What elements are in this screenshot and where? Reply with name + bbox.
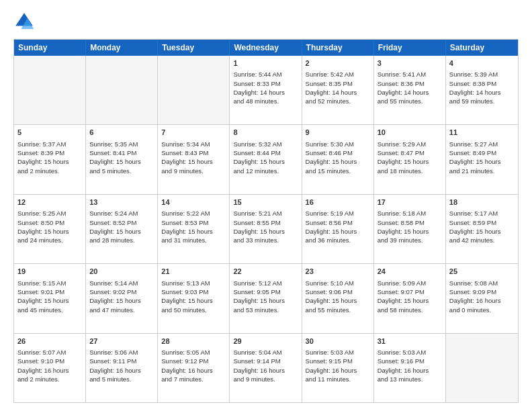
day-info: Sunrise: 5:32 AM Sunset: 8:44 PM Dayligh…: [233, 140, 285, 175]
day-number: 9: [306, 128, 370, 138]
day-info: Sunrise: 5:34 AM Sunset: 8:43 PM Dayligh…: [161, 140, 213, 175]
day-info: Sunrise: 5:13 AM Sunset: 9:03 PM Dayligh…: [161, 279, 213, 314]
day-number: 20: [89, 267, 154, 277]
day-info: Sunrise: 5:22 AM Sunset: 8:53 PM Dayligh…: [161, 210, 213, 244]
day-number: 21: [161, 267, 226, 277]
calendar-body: 1Sunrise: 5:44 AM Sunset: 8:33 PM Daylig…: [14, 56, 518, 402]
day-info: Sunrise: 5:35 AM Sunset: 8:41 PM Dayligh…: [89, 140, 141, 175]
cal-cell: 13Sunrise: 5:24 AM Sunset: 8:52 PM Dayli…: [86, 195, 158, 263]
day-number: 11: [449, 128, 515, 138]
day-info: Sunrise: 5:10 AM Sunset: 9:06 PM Dayligh…: [306, 279, 357, 314]
day-number: 3: [378, 58, 442, 68]
week-row-4: 19Sunrise: 5:15 AM Sunset: 9:01 PM Dayli…: [14, 263, 518, 332]
cal-cell: 31Sunrise: 5:03 AM Sunset: 9:16 PM Dayli…: [374, 334, 446, 402]
cal-cell: 14Sunrise: 5:22 AM Sunset: 8:53 PM Dayli…: [158, 195, 230, 263]
cal-cell: 6Sunrise: 5:35 AM Sunset: 8:41 PM Daylig…: [86, 125, 158, 193]
day-number: 23: [306, 267, 370, 277]
day-info: Sunrise: 5:25 AM Sunset: 8:50 PM Dayligh…: [17, 210, 69, 244]
header-day-tuesday: Tuesday: [158, 40, 230, 56]
day-info: Sunrise: 5:17 AM Sunset: 8:59 PM Dayligh…: [449, 210, 501, 244]
cal-cell: 16Sunrise: 5:19 AM Sunset: 8:56 PM Dayli…: [302, 195, 374, 263]
cal-cell: 28Sunrise: 5:05 AM Sunset: 9:12 PM Dayli…: [158, 334, 230, 402]
header-day-friday: Friday: [374, 40, 446, 56]
day-number: 17: [378, 197, 442, 208]
day-info: Sunrise: 5:14 AM Sunset: 9:02 PM Dayligh…: [89, 279, 141, 314]
cal-cell: 21Sunrise: 5:13 AM Sunset: 9:03 PM Dayli…: [158, 264, 230, 332]
day-info: Sunrise: 5:18 AM Sunset: 8:58 PM Dayligh…: [378, 210, 429, 244]
day-info: Sunrise: 5:24 AM Sunset: 8:52 PM Dayligh…: [89, 210, 141, 244]
cal-cell: 9Sunrise: 5:30 AM Sunset: 8:46 PM Daylig…: [302, 125, 374, 193]
cal-cell: 10Sunrise: 5:29 AM Sunset: 8:47 PM Dayli…: [374, 125, 446, 193]
header: [13, 11, 519, 32]
cal-cell: 18Sunrise: 5:17 AM Sunset: 8:59 PM Dayli…: [446, 195, 518, 263]
week-row-3: 12Sunrise: 5:25 AM Sunset: 8:50 PM Dayli…: [14, 194, 518, 263]
day-number: 25: [449, 267, 515, 277]
day-info: Sunrise: 5:41 AM Sunset: 8:36 PM Dayligh…: [378, 71, 429, 105]
cal-cell: 12Sunrise: 5:25 AM Sunset: 8:50 PM Dayli…: [14, 195, 86, 263]
header-day-wednesday: Wednesday: [230, 40, 302, 56]
cal-cell: 22Sunrise: 5:12 AM Sunset: 9:05 PM Dayli…: [230, 264, 302, 332]
day-number: 30: [306, 336, 370, 347]
day-info: Sunrise: 5:30 AM Sunset: 8:46 PM Dayligh…: [306, 140, 357, 175]
cal-cell: 11Sunrise: 5:27 AM Sunset: 8:49 PM Dayli…: [446, 125, 518, 193]
day-number: 19: [17, 267, 82, 277]
cal-cell: 27Sunrise: 5:06 AM Sunset: 9:11 PM Dayli…: [86, 334, 158, 402]
day-info: Sunrise: 5:08 AM Sunset: 9:09 PM Dayligh…: [449, 279, 501, 314]
day-number: 6: [89, 128, 154, 138]
day-number: 10: [378, 128, 442, 138]
day-number: 18: [449, 197, 515, 208]
day-info: Sunrise: 5:15 AM Sunset: 9:01 PM Dayligh…: [17, 279, 69, 314]
day-number: 5: [17, 128, 82, 138]
day-number: 12: [17, 197, 82, 208]
cal-cell: [446, 334, 518, 402]
day-number: 8: [233, 128, 298, 138]
logo-icon: [13, 11, 35, 32]
day-number: 24: [378, 267, 442, 277]
cal-cell: 23Sunrise: 5:10 AM Sunset: 9:06 PM Dayli…: [302, 264, 374, 332]
day-number: 27: [89, 336, 154, 347]
cal-cell: 29Sunrise: 5:04 AM Sunset: 9:14 PM Dayli…: [230, 334, 302, 402]
day-info: Sunrise: 5:37 AM Sunset: 8:39 PM Dayligh…: [17, 140, 69, 175]
day-info: Sunrise: 5:12 AM Sunset: 9:05 PM Dayligh…: [233, 279, 285, 314]
day-info: Sunrise: 5:06 AM Sunset: 9:11 PM Dayligh…: [89, 349, 141, 383]
day-info: Sunrise: 5:03 AM Sunset: 9:16 PM Dayligh…: [378, 349, 429, 383]
day-number: 4: [449, 58, 515, 68]
day-info: Sunrise: 5:29 AM Sunset: 8:47 PM Dayligh…: [378, 140, 429, 175]
week-row-2: 5Sunrise: 5:37 AM Sunset: 8:39 PM Daylig…: [14, 124, 518, 193]
cal-cell: [86, 56, 158, 124]
cal-cell: [14, 56, 86, 124]
cal-cell: 2Sunrise: 5:42 AM Sunset: 8:35 PM Daylig…: [302, 56, 374, 124]
cal-cell: 26Sunrise: 5:07 AM Sunset: 9:10 PM Dayli…: [14, 334, 86, 402]
cal-cell: [158, 56, 230, 124]
day-number: 14: [161, 197, 226, 208]
header-day-saturday: Saturday: [446, 40, 518, 56]
day-number: 28: [161, 336, 226, 347]
cal-cell: 19Sunrise: 5:15 AM Sunset: 9:01 PM Dayli…: [14, 264, 86, 332]
day-info: Sunrise: 5:21 AM Sunset: 8:55 PM Dayligh…: [233, 210, 285, 244]
header-day-monday: Monday: [86, 40, 158, 56]
day-info: Sunrise: 5:19 AM Sunset: 8:56 PM Dayligh…: [306, 210, 357, 244]
cal-cell: 5Sunrise: 5:37 AM Sunset: 8:39 PM Daylig…: [14, 125, 86, 193]
day-number: 7: [161, 128, 226, 138]
day-number: 22: [233, 267, 298, 277]
day-number: 13: [89, 197, 154, 208]
day-number: 1: [233, 58, 298, 68]
header-day-thursday: Thursday: [302, 40, 374, 56]
cal-cell: 7Sunrise: 5:34 AM Sunset: 8:43 PM Daylig…: [158, 125, 230, 193]
day-number: 15: [233, 197, 298, 208]
day-info: Sunrise: 5:09 AM Sunset: 9:07 PM Dayligh…: [378, 279, 429, 314]
day-info: Sunrise: 5:27 AM Sunset: 8:49 PM Dayligh…: [449, 140, 501, 175]
day-info: Sunrise: 5:39 AM Sunset: 8:38 PM Dayligh…: [449, 71, 501, 105]
day-info: Sunrise: 5:42 AM Sunset: 8:35 PM Dayligh…: [306, 71, 357, 105]
cal-cell: 1Sunrise: 5:44 AM Sunset: 8:33 PM Daylig…: [230, 56, 302, 124]
cal-cell: 4Sunrise: 5:39 AM Sunset: 8:38 PM Daylig…: [446, 56, 518, 124]
day-number: 31: [378, 336, 442, 347]
cal-cell: 15Sunrise: 5:21 AM Sunset: 8:55 PM Dayli…: [230, 195, 302, 263]
cal-cell: 17Sunrise: 5:18 AM Sunset: 8:58 PM Dayli…: [374, 195, 446, 263]
header-day-sunday: Sunday: [14, 40, 86, 56]
day-info: Sunrise: 5:07 AM Sunset: 9:10 PM Dayligh…: [17, 349, 69, 383]
cal-cell: 25Sunrise: 5:08 AM Sunset: 9:09 PM Dayli…: [446, 264, 518, 332]
week-row-5: 26Sunrise: 5:07 AM Sunset: 9:10 PM Dayli…: [14, 333, 518, 402]
day-info: Sunrise: 5:44 AM Sunset: 8:33 PM Dayligh…: [233, 71, 285, 105]
calendar: SundayMondayTuesdayWednesdayThursdayFrid…: [13, 39, 519, 403]
